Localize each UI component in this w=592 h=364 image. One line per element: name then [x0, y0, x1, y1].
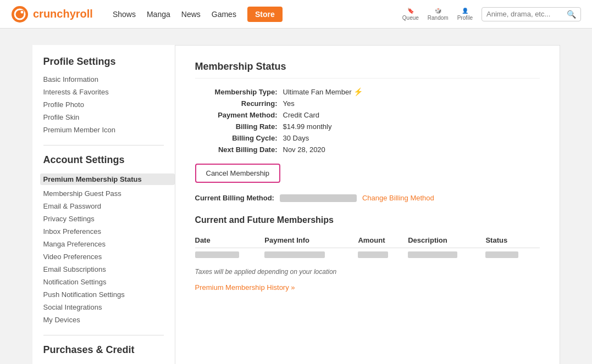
navbar: crunchyroll Shows Manga News Games Store… [0, 0, 592, 29]
billing-method-value-blurred [280, 194, 357, 202]
nav-games[interactable]: Games [212, 10, 236, 19]
table-header-row: Date Payment Info Amount Description Sta… [195, 233, 540, 248]
info-row-billing-rate: Billing Rate: $14.99 monthly [195, 122, 540, 131]
info-row-payment-method: Payment Method: Credit Card [195, 111, 540, 119]
sidebar-item-premium-member-icon[interactable]: Premium Member Icon [43, 124, 175, 136]
billing-method-row: Current Billing Method: Change Billing M… [195, 194, 540, 202]
taxes-note: Taxes will be applied depending on your … [195, 268, 540, 276]
nav-manga[interactable]: Manga [147, 10, 170, 19]
memberships-table: Date Payment Info Amount Description Sta… [195, 233, 540, 262]
sidebar-item-manga-preferences[interactable]: Manga Preferences [43, 238, 175, 250]
random-icon-group[interactable]: 🎲 Random [428, 8, 449, 21]
sidebar-item-privacy-settings[interactable]: Privacy Settings [43, 212, 175, 225]
sidebar-item-basic-information[interactable]: Basic Information [43, 73, 175, 86]
col-date: Date [195, 233, 265, 248]
sidebar-divider-2 [43, 335, 164, 335]
value-payment-method: Credit Card [283, 111, 319, 119]
sidebar-account-list: Premium Membership Status Membership Gue… [43, 171, 175, 326]
value-billing-rate: $14.99 monthly [283, 122, 332, 131]
col-payment-info: Payment Info [264, 233, 358, 248]
nav-store[interactable]: Store [247, 7, 283, 22]
sidebar-item-email-password[interactable]: Email & Password [43, 200, 175, 212]
svg-point-3 [21, 10, 24, 13]
nav-links: Shows Manga News Games Store [113, 7, 283, 22]
sidebar: Profile Settings Basic Information Inter… [32, 45, 175, 364]
search-input[interactable] [486, 10, 563, 18]
main-content: Membership Status Membership Type: Ultim… [175, 45, 560, 364]
queue-label: Queue [402, 15, 419, 21]
sidebar-profile-list: Basic Information Interests & Favorites … [43, 73, 175, 136]
queue-icon-group[interactable]: 🔖 Queue [402, 8, 419, 21]
value-recurring: Yes [283, 99, 295, 108]
label-billing-cycle: Billing Cycle: [195, 134, 283, 142]
value-membership-type: Ultimate Fan Member ⚡ [283, 87, 363, 96]
sidebar-item-profile-photo[interactable]: Profile Photo [43, 98, 175, 111]
sidebar-item-my-devices[interactable]: My Devices [43, 313, 175, 326]
info-row-billing-cycle: Billing Cycle: 30 Days [195, 134, 540, 142]
lightning-icon: ⚡ [353, 87, 363, 96]
sidebar-item-email-subscriptions[interactable]: Email Subscriptions [43, 263, 175, 276]
value-next-billing-date: Nov 28, 2020 [283, 145, 325, 154]
value-billing-cycle: 30 Days [283, 134, 309, 142]
search-bar[interactable]: 🔍 [482, 7, 581, 21]
label-membership-type: Membership Type: [195, 88, 283, 96]
profile-label: Profile [457, 15, 473, 21]
logo-icon [11, 5, 29, 23]
change-billing-method-link[interactable]: Change Billing Method [362, 194, 434, 202]
sidebar-purchases-list: Payment Methods Order History [43, 361, 175, 364]
logo[interactable]: crunchyroll [11, 5, 93, 23]
sidebar-item-interests-favorites[interactable]: Interests & Favorites [43, 86, 175, 98]
future-memberships-title: Current and Future Memberships [195, 215, 540, 225]
col-status: Status [485, 233, 539, 248]
cell-date [195, 248, 265, 263]
sidebar-section-title-purchases: Purchases & Credit [43, 344, 175, 356]
sidebar-item-social-integrations[interactable]: Social Integrations [43, 301, 175, 313]
sidebar-section-title-profile: Profile Settings [43, 56, 175, 68]
info-row-next-billing-date: Next Billing Date: Nov 28, 2020 [195, 145, 540, 154]
sidebar-item-inbox-preferences[interactable]: Inbox Preferences [43, 225, 175, 238]
nav-shows[interactable]: Shows [113, 10, 136, 19]
sidebar-item-video-preferences[interactable]: Video Preferences [43, 250, 175, 263]
col-description: Description [408, 233, 485, 248]
info-row-recurring: Recurring: Yes [195, 99, 540, 108]
info-row-membership-type: Membership Type: Ultimate Fan Member ⚡ [195, 87, 540, 96]
billing-method-label: Current Billing Method: [195, 194, 274, 202]
cell-payment-info [264, 248, 358, 263]
label-recurring: Recurring: [195, 99, 283, 108]
sidebar-item-profile-skin[interactable]: Profile Skin [43, 111, 175, 124]
page-wrapper: Profile Settings Basic Information Inter… [21, 29, 571, 364]
sidebar-divider-1 [43, 145, 164, 145]
cell-description [408, 248, 485, 263]
sidebar-item-membership-guest-pass[interactable]: Membership Guest Pass [43, 187, 175, 200]
sidebar-section-title-account: Account Settings [43, 154, 175, 166]
label-billing-rate: Billing Rate: [195, 122, 283, 131]
cell-status [485, 248, 539, 263]
random-icon: 🎲 [435, 8, 441, 14]
nav-news[interactable]: News [181, 10, 201, 19]
cell-amount [358, 248, 408, 263]
random-label: Random [428, 15, 449, 21]
label-next-billing-date: Next Billing Date: [195, 145, 283, 154]
label-payment-method: Payment Method: [195, 111, 283, 119]
search-icon: 🔍 [567, 10, 576, 19]
sidebar-item-payment-methods[interactable]: Payment Methods [43, 361, 175, 364]
premium-membership-history-link[interactable]: Premium Membership History » [195, 283, 295, 292]
queue-icon: 🔖 [407, 8, 414, 14]
cancel-membership-button[interactable]: Cancel Membership [195, 164, 281, 183]
profile-icon-group[interactable]: 👤 Profile [457, 8, 473, 21]
logo-text: crunchyroll [33, 8, 93, 20]
sidebar-item-notification-settings[interactable]: Notification Settings [43, 276, 175, 288]
sidebar-item-push-notification-settings[interactable]: Push Notification Settings [43, 288, 175, 301]
table-row [195, 248, 540, 263]
membership-info-table: Membership Type: Ultimate Fan Member ⚡ R… [195, 87, 540, 154]
navbar-right: 🔖 Queue 🎲 Random 👤 Profile 🔍 [402, 7, 581, 21]
sidebar-item-premium-membership-status[interactable]: Premium Membership Status [43, 171, 175, 187]
membership-status-title: Membership Status [195, 61, 540, 79]
profile-icon: 👤 [462, 8, 468, 14]
col-amount: Amount [358, 233, 408, 248]
